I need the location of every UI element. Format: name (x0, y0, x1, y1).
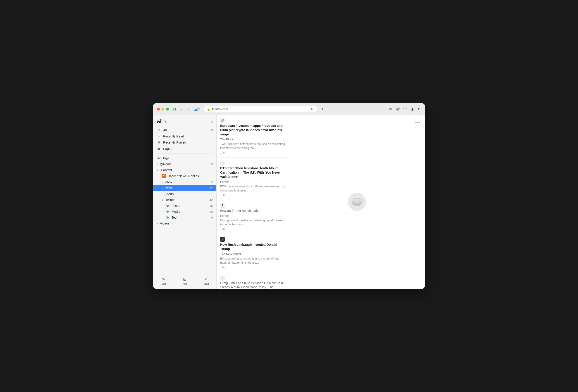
feed-source: Forbes (220, 180, 285, 184)
share-button[interactable]: ⬆ (416, 106, 421, 112)
source-icon: 📌 (220, 237, 225, 242)
feed-item-header: F (220, 203, 285, 208)
read-label: Read (203, 282, 209, 285)
read-button[interactable]: ✓ Read (195, 275, 216, 287)
circle-icon: ○ (157, 134, 161, 138)
browser-window: ⊡ ‹ › ☁ ⧉ 🔒 feedbin.com ↻ + 👁 ⓪ 🛡 ◑ ⬆ Al… (153, 103, 425, 289)
close-button[interactable] (157, 108, 160, 111)
feed-item-header: F (220, 275, 285, 280)
feed-item-header: 🔗 (220, 118, 285, 123)
feed-title: Beware The AI Benchmarks! (220, 209, 285, 213)
sidebar-item-news-count: 11 (210, 187, 213, 190)
source-icon: 🔗 (220, 118, 225, 123)
sidebar-item-at-read[interactable]: › @Read 3 (153, 161, 216, 167)
sidebar-item-pages-label: Pages (163, 147, 172, 151)
url-bar[interactable]: 🔒 feedbin.com ↻ (204, 106, 317, 112)
sidebar-item-tech[interactable]: 🐦 Tech 6 (153, 215, 216, 220)
sidebar-item-news[interactable]: › News 11 (153, 185, 216, 191)
sidebar-item-recently-read[interactable]: ○ Recently Read (153, 133, 216, 139)
svg-point-2 (352, 198, 362, 202)
feed-time: 17m (220, 227, 285, 231)
search-button[interactable]: ⌕ (210, 119, 213, 124)
checkmark-icon: ✓ (204, 277, 207, 282)
ellipsis-icon: ••• (415, 120, 420, 125)
feed-item[interactable]: F Craig Finn And Steve Selvidge On New H… (217, 273, 289, 289)
refresh-button[interactable]: ↻ (310, 107, 314, 111)
minimize-button[interactable] (161, 108, 164, 111)
fullscreen-button[interactable] (166, 108, 169, 111)
sidebar-item-at-read-count: 3 (211, 162, 213, 166)
sidebar-item-news-label: News (165, 186, 172, 190)
lock-icon: 🔒 (207, 108, 210, 111)
back-button[interactable]: ‹ (180, 106, 184, 112)
extension-button[interactable]: ◑ (410, 106, 415, 112)
tags-section-label[interactable]: 🏷 Tags (153, 155, 216, 161)
sidebar-item-inbox-label: Inbox (165, 180, 172, 184)
sidebar-item-content[interactable]: ∨ Content (153, 167, 216, 173)
sidebar-item-videos[interactable]: › Videos (153, 220, 216, 226)
sidebar-item-focus-count: 16 (210, 204, 213, 207)
sidebar-item-twitter-label: Twitter (165, 198, 175, 202)
sidebar-item-sports[interactable]: › Sports (153, 191, 216, 197)
sidebar-item-twitter-count: 42 (210, 198, 213, 202)
sidebar: All ∨ ⌕ ≡ All 59 ○ Recently Read (153, 115, 217, 289)
password-manager-button[interactable]: ⓪ (395, 106, 401, 112)
feed-title: European investment apps Freetrade and P… (220, 124, 285, 137)
sidebar-toggle-button[interactable]: ⊡ (172, 106, 177, 112)
browser-toolbar-right: 👁 ⓪ 🛡 ◑ ⬆ (388, 106, 421, 112)
feed-excerpt: During typical hardware marketing, vendo… (220, 218, 285, 227)
feed-list: 🔗 European investment apps Freetrade and… (217, 115, 289, 289)
add-button[interactable]: ⊞ Add (174, 275, 195, 287)
chevron-right-icon: › (157, 163, 158, 165)
chevron-down-icon: ∨ (157, 169, 159, 172)
forward-button[interactable]: › (187, 106, 190, 112)
twitter-icon: 🐦 (166, 210, 170, 213)
feed-item[interactable]: 📌 How Rush Limbaugh Invented Donald Trum… (217, 234, 289, 272)
list-icon: ≡ (157, 128, 161, 132)
sidebar-item-hacker-news-replies[interactable]: Y Hacker News: Replies (153, 173, 216, 179)
article-toolbar: ••• (414, 119, 421, 126)
sidebar-item-focus-label: Focus (172, 204, 180, 207)
tag-icon: 🏷 (157, 156, 161, 160)
sidebar-item-all-count: 59 (210, 128, 213, 132)
hacker-news-badge: Y (162, 174, 166, 178)
sidebar-item-media-count: 20 (210, 210, 213, 213)
more-options-button[interactable]: ••• (414, 119, 421, 126)
empty-state (348, 193, 366, 211)
sidebar-item-videos-label: Videos (160, 222, 170, 225)
sidebar-item-focus[interactable]: 🐦 Focus 16 (153, 203, 216, 209)
feed-title: Craig Finn And Steve Selvidge On New Hol… (220, 281, 285, 289)
all-dropdown-label: All (157, 119, 163, 124)
sidebar-item-inbox[interactable]: › Inbox 3 (153, 179, 216, 185)
sidebar-item-all[interactable]: ≡ All 59 (153, 127, 216, 133)
sidebar-item-hacker-news-label: Hacker News: Replies (168, 174, 199, 178)
edit-button[interactable]: ✎ Edit (153, 275, 174, 287)
feed-item[interactable]: F BTS Earn Their Milestone Tenth Album C… (217, 157, 289, 200)
sidebar-item-sports-label: Sports (165, 192, 174, 196)
feed-excerpt: Two European fintech firms focused on fa… (220, 142, 285, 150)
all-dropdown[interactable]: All ∨ (157, 119, 166, 124)
feedbin-logo (348, 193, 366, 211)
feed-item[interactable]: 🔗 European investment apps Freetrade and… (217, 115, 289, 157)
pages-icon: ▣ (157, 147, 161, 151)
feed-time: 14m (220, 151, 285, 154)
source-icon: F (220, 203, 225, 208)
sidebar-item-pages[interactable]: ▣ Pages (153, 146, 216, 152)
sidebar-item-twitter[interactable]: ∨ Twitter 42 (153, 197, 216, 203)
edit-icon: ✎ (162, 277, 165, 282)
source-icon: F (220, 161, 225, 165)
sidebar-item-content-label: Content (161, 168, 172, 172)
sidebar-item-media[interactable]: 🐦 Media 20 (153, 209, 216, 215)
feed-excerpt: By subsuming conservatism to the cult of… (220, 257, 285, 265)
feed-item[interactable]: F Beware The AI Benchmarks! Forbes Durin… (217, 200, 289, 234)
add-tab-button[interactable]: + (320, 106, 325, 113)
title-bar: ⊡ ‹ › ☁ ⧉ 🔒 feedbin.com ↻ + 👁 ⓪ 🛡 ◑ ⬆ (153, 103, 425, 115)
sidebar-item-recently-played-label: Recently Played (163, 141, 186, 144)
feed-title: BTS Earn Their Milestone Tenth Album Cer… (220, 166, 285, 179)
edit-label: Edit (162, 282, 166, 285)
sidebar-item-recently-played[interactable]: ◎ Recently Played (153, 139, 216, 146)
shield-button[interactable]: 🛡 (402, 106, 408, 112)
app-content: All ∨ ⌕ ≡ All 59 ○ Recently Read (153, 115, 425, 289)
reader-mode-button[interactable]: 👁 (388, 106, 393, 112)
tab-overview-button[interactable]: ⧉ (196, 106, 201, 112)
